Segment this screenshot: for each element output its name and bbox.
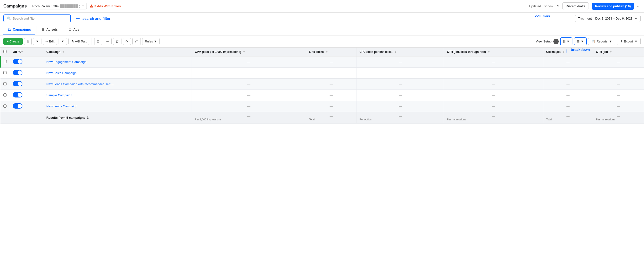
results-ctr-link-cell: — Per Impressions	[444, 112, 543, 124]
row3-campaign-name[interactable]: New Leads Campaign with recommended sett…	[46, 82, 114, 86]
results-ctr-all-sublabel: Per Impressions	[596, 118, 641, 121]
row4-campaign-name[interactable]: Sample Campaign	[46, 93, 72, 97]
row3-checkbox[interactable]	[3, 82, 6, 85]
row2-campaign-name[interactable]: New Sales Campaign	[46, 71, 76, 75]
row2-toggle[interactable]	[13, 70, 22, 75]
table-row: New Engagement Campaign — — — — — —	[0, 57, 644, 68]
results-link-clicks-cell: — Total	[306, 112, 356, 124]
row5-campaign-name[interactable]: New Leads Campaign	[46, 105, 77, 108]
undo-button[interactable]: ↩	[104, 38, 112, 45]
row3-link-clicks: —	[306, 79, 356, 90]
campaigns-tab-label: Campaigns	[13, 28, 31, 31]
columns-button[interactable]: ||| ▼	[560, 37, 572, 45]
toggle-thumb-2	[18, 71, 22, 75]
row3-toggle-cell[interactable]	[10, 79, 44, 90]
adsets-tab-label: Ad sets	[46, 28, 58, 31]
search-filter-box[interactable]: 🔍	[3, 15, 71, 22]
create-button[interactable]: + Create	[3, 38, 23, 45]
row4-checkbox[interactable]	[3, 93, 6, 97]
row4-checkbox-cell[interactable]	[0, 90, 10, 101]
search-input[interactable]	[13, 17, 68, 20]
results-ctr-all-dash: —	[596, 114, 641, 118]
undo-icon: ↩	[106, 40, 109, 43]
search-bar-row: 🔍 ← search and filter columns This month…	[0, 13, 644, 24]
toolbar: + Create ⧉ ▼ ✏ Edit ▼ ⚗ A/B Test ⊡ ↩ 🗑 ⟳…	[0, 36, 644, 48]
export-button[interactable]: ⬇ Export ▼	[617, 38, 641, 45]
columns-chevron-icon: ▼	[566, 40, 570, 43]
date-range-selector[interactable]: This month: Dec 1, 2023 – Dec 6, 2023 ▼	[575, 15, 641, 22]
row4-toggle-cell[interactable]	[10, 90, 44, 101]
duplicate-button[interactable]: ⧉	[24, 38, 32, 45]
link-clicks-sort-icon: ▼	[326, 51, 328, 53]
row5-cpc: —	[356, 101, 444, 112]
duplicate-chevron-button[interactable]: ▼	[33, 38, 42, 45]
results-label-cell: Results from 5 campaigns ℹ	[44, 112, 192, 124]
results-clicks-all-cell: — Total	[543, 112, 593, 124]
col-header-cpm[interactable]: CPM (cost per 1,000 impressions) ▼	[192, 48, 306, 57]
more-options-button[interactable]: ···	[637, 4, 641, 9]
select-all-header[interactable]	[0, 48, 10, 57]
ab-test-icon: ⚗	[71, 40, 74, 43]
columns-button-container: ||| ▼ ↓	[560, 37, 572, 45]
row4-campaign-cell[interactable]: Sample Campaign	[44, 90, 192, 101]
col-header-ctr-link[interactable]: CTR (link click-through rate) ▼	[444, 48, 543, 57]
row1-checkbox[interactable]	[4, 60, 7, 63]
review-publish-button[interactable]: Review and publish (16)	[592, 3, 634, 10]
reports-chevron-icon: ▼	[609, 40, 612, 43]
reports-button[interactable]: 📋 Reports ▼	[588, 38, 615, 45]
edit-chevron-button[interactable]: ▼	[58, 38, 67, 45]
campaigns-tab-icon: 🗂	[8, 28, 11, 31]
results-summary-row: Results from 5 campaigns ℹ — Per 1,000 I…	[0, 112, 644, 124]
row2-ctr-all: —	[593, 68, 644, 79]
ab-test-button[interactable]: ⚗ A/B Test	[68, 38, 89, 45]
row4-cpm: —	[192, 90, 306, 101]
edit-button[interactable]: ✏ Edit	[43, 38, 57, 45]
discard-drafts-button[interactable]: Discard drafts	[562, 3, 589, 10]
row3-toggle[interactable]	[13, 81, 22, 86]
results-cpc-dash: —	[359, 114, 441, 118]
trash-icon: 🗑	[116, 40, 119, 43]
table-row: New Sales Campaign — — — — — —	[0, 68, 644, 79]
row2-checkbox-cell[interactable]	[0, 68, 10, 79]
col-header-ctr-all[interactable]: CTR (all) ▼	[593, 48, 644, 57]
row1-campaign-cell[interactable]: New Engagement Campaign	[44, 57, 192, 68]
account-name: Rochi Zalani (8364	[32, 4, 58, 8]
row2-checkbox[interactable]	[3, 71, 6, 74]
search-icon: 🔍	[7, 17, 11, 20]
row4-toggle[interactable]	[13, 92, 22, 98]
breakdown-button[interactable]: ☰ ▼	[574, 37, 587, 45]
tab-adsets[interactable]: ⊞ Ad sets	[37, 24, 62, 35]
delete-button[interactable]: 🗑	[113, 38, 122, 45]
row3-campaign-cell[interactable]: New Leads Campaign with recommended sett…	[44, 79, 192, 90]
row2-campaign-cell[interactable]: New Sales Campaign	[44, 68, 192, 79]
tag-button[interactable]: 🏷	[132, 38, 141, 45]
row2-toggle-cell[interactable]	[10, 68, 44, 79]
col-header-cpc[interactable]: CPC (cost per link click) ▼	[356, 48, 444, 57]
row3-checkbox-cell[interactable]	[0, 79, 10, 90]
row5-toggle-cell[interactable]	[10, 101, 44, 112]
view-setup-dot[interactable]	[554, 39, 559, 44]
col-header-campaign[interactable]: Campaign ▼	[44, 48, 192, 57]
results-empty-check	[0, 112, 10, 124]
row1-checkbox-cell[interactable]	[0, 57, 10, 68]
rules-button[interactable]: Rules ▼	[142, 38, 160, 45]
copy-button[interactable]: ⊡	[94, 38, 102, 45]
refresh-table-button[interactable]: ⟳	[123, 38, 131, 45]
tab-ads[interactable]: ☐ Ads	[64, 24, 84, 35]
refresh-button[interactable]: ↻	[556, 4, 560, 9]
row5-toggle[interactable]	[13, 103, 22, 109]
row1-toggle-cell[interactable]	[10, 57, 44, 68]
account-selector[interactable]: Rochi Zalani (8364 ████████ ) ▼	[30, 3, 87, 10]
row1-toggle[interactable]	[13, 59, 22, 64]
toggle-thumb	[18, 59, 22, 64]
row5-checkbox-cell[interactable]	[0, 101, 10, 112]
error-badge: ⚠ 3 Ads With Errors	[90, 4, 121, 9]
row5-checkbox[interactable]	[3, 105, 6, 108]
tab-campaigns[interactable]: 🗂 Campaigns	[3, 24, 35, 35]
ab-test-label: A/B Test	[75, 40, 86, 43]
row1-campaign-name[interactable]: New Engagement Campaign	[46, 60, 86, 64]
nav-tabs: 🗂 Campaigns ⊞ Ad sets ☐ Ads	[0, 24, 644, 36]
select-all-checkbox[interactable]	[3, 50, 6, 53]
col-header-link-clicks[interactable]: Link clicks ▼	[306, 48, 356, 57]
row5-campaign-cell[interactable]: New Leads Campaign	[44, 101, 192, 112]
